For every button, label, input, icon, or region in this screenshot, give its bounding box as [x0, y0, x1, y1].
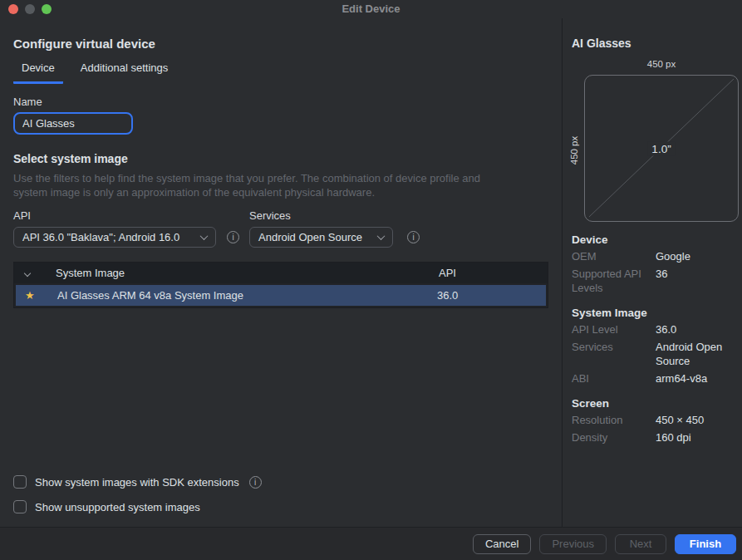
spec-label: Density: [572, 430, 656, 445]
spec-value: 160 dpi: [656, 430, 735, 445]
titlebar: Edit Device: [0, 0, 742, 18]
next-button[interactable]: Next: [615, 534, 666, 554]
services-label: Services: [249, 209, 393, 222]
spec-row-services: Services Android Open Source: [572, 340, 735, 368]
spec-row-abi: ABI arm64-v8a: [572, 371, 735, 386]
checkbox-icon: [13, 500, 27, 513]
window-title: Edit Device: [0, 2, 742, 15]
tab-device[interactable]: Device: [13, 61, 63, 84]
services-info-icon[interactable]: i: [407, 231, 420, 243]
table-header: System Image API: [14, 263, 548, 283]
device-name-input[interactable]: [13, 112, 133, 135]
description-line-1: Use the filters to help find the system …: [13, 171, 545, 185]
spec-label: OEM: [572, 249, 656, 263]
system-image-table: System Image API ★ AI Glasses ARM 64 v8a…: [13, 262, 548, 308]
spec-row-resolution: Resolution 450 × 450: [572, 413, 735, 427]
spec-label: Supported API Levels: [572, 267, 656, 295]
sdk-extensions-info-icon[interactable]: i: [249, 476, 262, 489]
system-image-description: Use the filters to help find the system …: [13, 171, 545, 199]
device-preview-pane: AI Glasses 450 px 450 px 1.0” Device OEM…: [562, 18, 742, 527]
checkbox-label: Show system images with SDK extensions: [35, 476, 239, 489]
api-info-slot: i: [227, 227, 239, 248]
filter-row: API API 36.0 "Baklava"; Android 16.0 i S…: [13, 209, 548, 248]
tab-bar: Device Additional settings: [13, 61, 548, 84]
services-info-slot: i: [407, 227, 420, 248]
previous-button[interactable]: Previous: [539, 534, 607, 554]
spec-value: 36: [656, 267, 735, 295]
spec-label: API Level: [572, 322, 656, 336]
api-info-icon[interactable]: i: [227, 231, 239, 243]
star-icon: ★: [25, 290, 35, 301]
preview-device-name: AI Glasses: [572, 37, 735, 50]
column-header-system-image[interactable]: System Image: [56, 267, 439, 279]
api-dropdown-value: API 36.0 "Baklava"; Android 16.0: [22, 231, 179, 243]
spec-value: Google: [656, 249, 735, 263]
chevron-down-icon: [200, 232, 209, 240]
spec-label: Services: [572, 340, 656, 368]
checkbox-label: Show unsupported system images: [35, 501, 200, 513]
checkbox-block: Show system images with SDK extensions i…: [13, 475, 262, 513]
screen-width-label: 450 px: [584, 59, 739, 69]
section-title-system-image: System Image: [572, 307, 735, 319]
system-image-api: 36.0: [437, 289, 546, 302]
spec-value: 36.0: [656, 322, 735, 336]
screen-outline: 1.0”: [584, 75, 739, 222]
finish-button[interactable]: Finish: [675, 534, 736, 554]
description-line-2: system image is only an approximation of…: [13, 185, 545, 199]
spec-row-api-level: API Level 36.0: [572, 322, 735, 336]
tab-additional-settings[interactable]: Additional settings: [72, 61, 177, 84]
api-dropdown[interactable]: API 36.0 "Baklava"; Android 16.0: [13, 227, 216, 248]
screen-height-label: 450 px: [569, 136, 579, 165]
spec-value: 450 × 450: [656, 413, 735, 427]
chevron-down-icon: [377, 232, 386, 240]
sort-column-header[interactable]: [14, 271, 56, 276]
table-row[interactable]: ★ AI Glasses ARM 64 v8a System Image 36.…: [16, 285, 546, 306]
spec-value: arm64-v8a: [656, 371, 735, 386]
services-filter: Services Android Open Source: [249, 209, 393, 248]
spec-label: ABI: [572, 371, 656, 386]
spec-row-density: Density 160 dpi: [572, 430, 735, 445]
services-dropdown-value: Android Open Source: [258, 231, 362, 243]
table-body: ★ AI Glasses ARM 64 v8a System Image 36.…: [14, 283, 548, 307]
cancel-button[interactable]: Cancel: [473, 534, 531, 554]
api-label: API: [13, 209, 216, 222]
spec-row-supported-api: Supported API Levels 36: [572, 267, 735, 295]
spec-label: Resolution: [572, 413, 656, 427]
column-header-api[interactable]: API: [439, 267, 548, 279]
select-system-image-heading: Select system image: [13, 152, 548, 165]
name-label: Name: [13, 96, 548, 108]
system-image-name: AI Glasses ARM 64 v8a System Image: [57, 289, 437, 302]
star-cell[interactable]: ★: [16, 290, 57, 301]
configure-pane: Configure virtual device Device Addition…: [0, 18, 562, 527]
checkbox-icon: [13, 475, 27, 489]
sort-chevron-icon: [24, 269, 31, 276]
screen-diagonal-size: 1.0”: [647, 141, 675, 155]
checkbox-unsupported-images[interactable]: Show unsupported system images: [13, 500, 262, 513]
spec-value: Android Open Source: [656, 340, 735, 368]
dialog-footer: Cancel Previous Next Finish: [0, 527, 742, 560]
screen-diagram: 450 px 450 px 1.0”: [572, 59, 735, 222]
api-filter: API API 36.0 "Baklava"; Android 16.0: [13, 209, 216, 248]
page-title: Configure virtual device: [13, 37, 548, 51]
checkbox-sdk-extensions[interactable]: Show system images with SDK extensions i: [13, 475, 262, 489]
spec-row-oem: OEM Google: [572, 249, 735, 263]
services-dropdown[interactable]: Android Open Source: [249, 227, 393, 248]
section-title-device: Device: [572, 233, 735, 246]
section-title-screen: Screen: [572, 397, 735, 410]
